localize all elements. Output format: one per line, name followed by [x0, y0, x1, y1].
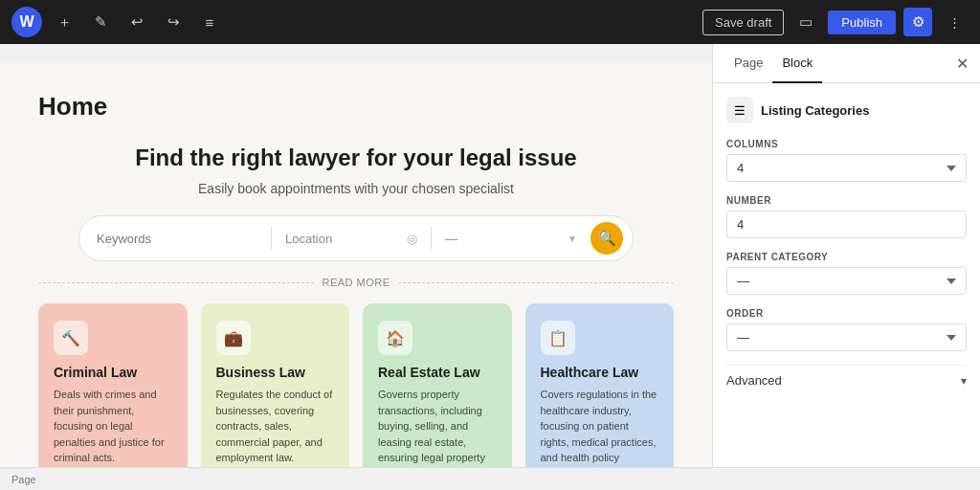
- save-draft-button[interactable]: Save draft: [702, 10, 784, 35]
- card-healthcare[interactable]: 📋 Healthcare Law Covers regulations in t…: [525, 303, 675, 467]
- business-card-title: Business Law: [216, 365, 335, 380]
- editor-canvas: Home Find the right lawyer for your lega…: [0, 63, 712, 467]
- listing-categories-icon: ☰: [726, 97, 753, 123]
- read-more-label: READ MORE: [322, 277, 390, 288]
- search-bar: Location ◎ — ▼ 🔍: [78, 215, 634, 261]
- search-keywords-input[interactable]: [89, 228, 265, 250]
- healthcare-card-desc: Covers regulations in the healthcare ind…: [541, 387, 659, 467]
- hero-heading: Find the right lawyer for your legal iss…: [38, 145, 674, 171]
- criminal-card-icon: 🔨: [54, 321, 88, 355]
- parent-category-label: PARENT CATEGORY: [726, 252, 967, 262]
- toolbar-right: Save draft ▭ Publish ⚙ ⋮: [702, 8, 969, 36]
- order-select[interactable]: —: [726, 323, 967, 351]
- realestate-card-title: Real Estate Law: [378, 365, 497, 380]
- card-realestate[interactable]: 🏠 Real Estate Law Governs property trans…: [363, 303, 512, 467]
- settings-sidebar: Page Block ✕ ☰ Listing Categories COLUMN…: [712, 44, 980, 467]
- preview-button[interactable]: ▭: [791, 8, 820, 36]
- advanced-toggle[interactable]: Advanced ▾: [726, 365, 967, 395]
- settings-button[interactable]: ⚙: [903, 8, 932, 36]
- read-more-divider: READ MORE: [38, 277, 674, 288]
- block-header: ☰ Listing Categories: [726, 97, 967, 123]
- edit-button[interactable]: ✎: [86, 8, 115, 36]
- page-title: Home: [38, 92, 674, 122]
- columns-label: COLUMNS: [726, 139, 967, 149]
- status-page-label: Page: [11, 474, 36, 485]
- hero-section: Find the right lawyer for your legal iss…: [38, 145, 674, 196]
- sidebar-close-button[interactable]: ✕: [956, 44, 969, 82]
- cards-grid: 🔨 Criminal Law Deals with crimes and the…: [38, 303, 674, 467]
- realestate-card-icon: 🏠: [378, 321, 412, 355]
- healthcare-card-title: Healthcare Law: [541, 365, 659, 380]
- search-more-field[interactable]: — ▼: [437, 228, 585, 250]
- parent-category-select[interactable]: —: [726, 267, 967, 295]
- search-location-text: Location: [285, 232, 403, 246]
- document-overview-button[interactable]: ≡: [195, 8, 224, 36]
- hero-subtext: Easily book appointments with your chose…: [38, 181, 674, 196]
- columns-select[interactable]: 4 1 2 3: [726, 154, 967, 182]
- sidebar-tabs: Page Block ✕: [713, 44, 980, 83]
- status-bar: Page: [0, 467, 980, 490]
- add-block-button[interactable]: ＋: [50, 8, 78, 36]
- number-input[interactable]: [726, 211, 967, 238]
- card-criminal[interactable]: 🔨 Criminal Law Deals with crimes and the…: [38, 303, 188, 467]
- advanced-chevron-icon: ▾: [961, 374, 967, 388]
- number-label: NUMBER: [726, 195, 967, 206]
- wp-logo-icon[interactable]: W: [11, 7, 42, 37]
- search-submit-button[interactable]: 🔍: [590, 222, 623, 255]
- advanced-label: Advanced: [726, 373, 782, 388]
- sidebar-content: ☰ Listing Categories COLUMNS 4 1 2 3 NUM…: [713, 83, 980, 467]
- search-icon: 🔍: [598, 230, 616, 247]
- search-divider-2: [431, 227, 432, 250]
- tab-page[interactable]: Page: [724, 44, 772, 83]
- undo-button[interactable]: ↩: [122, 8, 151, 36]
- order-label: ORDER: [726, 308, 967, 319]
- publish-button[interactable]: Publish: [828, 11, 896, 34]
- more-options-button[interactable]: ⋮: [940, 8, 969, 36]
- main-layout: Home Find the right lawyer for your lega…: [0, 44, 980, 467]
- criminal-card-desc: Deals with crimes and their punishment, …: [54, 387, 172, 467]
- search-divider: [271, 227, 272, 250]
- location-pin-icon: ◎: [407, 232, 417, 246]
- business-card-icon: 💼: [216, 321, 251, 355]
- tab-block[interactable]: Block: [772, 44, 822, 83]
- order-field: ORDER —: [726, 308, 967, 351]
- healthcare-card-icon: 📋: [541, 321, 575, 355]
- realestate-card-desc: Governs property transactions, including…: [378, 387, 497, 467]
- toolbar: W ＋ ✎ ↩ ↪ ≡ Save draft ▭ Publish ⚙ ⋮: [0, 0, 980, 44]
- parent-category-field: PARENT CATEGORY —: [726, 252, 967, 295]
- search-location-field[interactable]: Location ◎: [278, 228, 425, 250]
- card-business[interactable]: 💼 Business Law Regulates the conduct of …: [201, 303, 350, 467]
- business-card-desc: Regulates the conduct of businesses, cov…: [216, 387, 335, 467]
- search-more-text: —: [445, 232, 564, 246]
- criminal-card-title: Criminal Law: [54, 365, 172, 380]
- dropdown-icon: ▼: [568, 234, 577, 244]
- editor-area: Home Find the right lawyer for your lega…: [0, 44, 712, 467]
- number-field: NUMBER: [726, 195, 967, 238]
- divider-line-left: [38, 282, 314, 283]
- columns-field: COLUMNS 4 1 2 3: [726, 139, 967, 182]
- divider-line-right: [398, 282, 674, 283]
- block-title: Listing Categories: [761, 103, 869, 118]
- redo-button[interactable]: ↪: [159, 8, 188, 36]
